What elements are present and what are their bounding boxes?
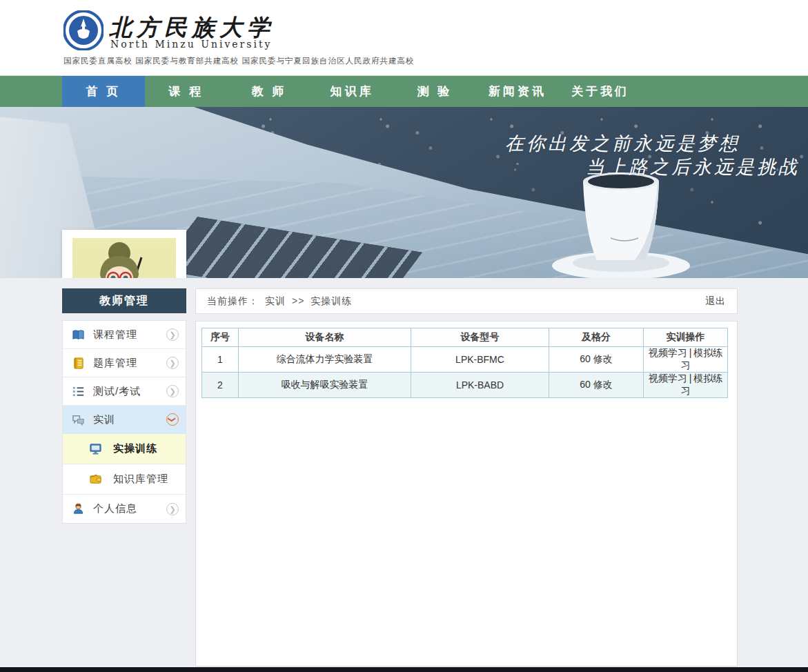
sidebar-item-label: 课程管理 bbox=[93, 328, 137, 342]
nav-item-courses[interactable]: 课 程 bbox=[145, 76, 228, 107]
score-value: 60 bbox=[580, 379, 591, 390]
sidebar-item-label: 题库管理 bbox=[93, 357, 137, 370]
col-header-no: 序号 bbox=[202, 328, 239, 347]
score-value: 60 bbox=[580, 353, 591, 364]
teacher-avatar-image bbox=[72, 238, 176, 278]
sidebar-item-label: 实训 bbox=[93, 413, 115, 426]
breadcrumb-page: 实操训练 bbox=[311, 295, 352, 308]
sidebar-menu: 课程管理 ❯ 题库管理 ❯ bbox=[62, 320, 186, 524]
edit-score-link[interactable]: 修改 bbox=[593, 379, 613, 390]
table-row: 2 吸收与解吸实验装置 LPK-BABD 60 修改 视频学习|模拟练习 bbox=[202, 373, 728, 398]
logout-button[interactable]: 退出 bbox=[705, 295, 726, 308]
sidebar-item-label: 实操训练 bbox=[113, 442, 157, 455]
nav-item-teachers[interactable]: 教 师 bbox=[228, 76, 311, 107]
breadcrumb-separator: >> bbox=[292, 295, 304, 308]
sidebar-item-label: 个人信息 bbox=[93, 502, 137, 515]
university-slogan: 国家民委直属高校 国家民委与教育部共建高校 国家民委与宁夏回族自治区人民政府共建… bbox=[63, 56, 414, 66]
video-study-link[interactable]: 视频学习 bbox=[649, 373, 687, 384]
chevron-right-icon: ❯ bbox=[166, 385, 179, 397]
video-study-link[interactable]: 视频学习 bbox=[649, 347, 687, 358]
sidebar-item-personal-info[interactable]: 个人信息 ❯ bbox=[63, 495, 186, 523]
nav-item-about[interactable]: 关于我们 bbox=[559, 76, 642, 107]
cell-ops: 视频学习|模拟练习 bbox=[644, 347, 728, 373]
nav-item-home[interactable]: 首 页 bbox=[62, 76, 145, 107]
table-header-row: 序号 设备名称 设备型号 及格分 实训操作 bbox=[202, 328, 728, 347]
cell-score: 60 修改 bbox=[549, 347, 644, 373]
breadcrumb-prefix: 当前操作： bbox=[207, 295, 259, 308]
col-header-score: 及格分 bbox=[549, 328, 644, 347]
person-icon bbox=[72, 502, 85, 515]
cell-ops: 视频学习|模拟练习 bbox=[644, 373, 728, 398]
ops-separator: | bbox=[687, 347, 694, 358]
hero-banner: 在你出发之前永远是梦想 当上路之后永远是挑战 bbox=[0, 107, 808, 278]
university-name-en: North Minzu University bbox=[110, 39, 273, 50]
col-header-ops: 实训操作 bbox=[644, 328, 728, 347]
cell-name: 综合流体力学实验装置 bbox=[239, 347, 411, 373]
sidebar-item-course-management[interactable]: 课程管理 ❯ bbox=[63, 321, 186, 349]
cell-no: 1 bbox=[202, 347, 239, 373]
footer-bar bbox=[0, 667, 808, 672]
ops-separator: | bbox=[687, 373, 694, 384]
wallet-icon bbox=[89, 473, 102, 486]
sidebar-item-practical-training[interactable]: 实训 ❯ bbox=[63, 406, 186, 434]
breadcrumb-bar: 当前操作： 实训 >> 实操训练 退出 bbox=[195, 288, 738, 314]
sidebar-item-question-bank[interactable]: 题库管理 ❯ bbox=[63, 349, 186, 377]
chevron-down-icon: ❯ bbox=[166, 413, 179, 426]
chat-icon bbox=[72, 413, 85, 426]
main-nav: 首 页 课 程 教 师 知识库 测 验 新闻资讯 关于我们 bbox=[0, 76, 808, 107]
university-seal-icon bbox=[63, 10, 104, 50]
banner-quote: 在你出发之前永远是梦想 当上路之后永远是挑战 bbox=[505, 132, 800, 179]
cell-score: 60 修改 bbox=[549, 373, 644, 398]
col-header-model: 设备型号 bbox=[411, 328, 549, 347]
chevron-right-icon: ❯ bbox=[166, 503, 179, 515]
monitor-icon bbox=[89, 442, 102, 455]
teacher-avatar-card: 老师 bbox=[62, 230, 186, 278]
breadcrumb-section: 实训 bbox=[265, 295, 286, 308]
nav-item-tests[interactable]: 测 验 bbox=[393, 76, 476, 107]
edit-score-link[interactable]: 修改 bbox=[593, 353, 613, 364]
breadcrumb: 当前操作： 实训 >> 实操训练 bbox=[207, 295, 352, 308]
banner-coffee-cup-art bbox=[545, 169, 697, 278]
cell-model: LPK-BABD bbox=[411, 373, 549, 398]
cell-name: 吸收与解吸实验装置 bbox=[239, 373, 411, 398]
col-header-name: 设备名称 bbox=[239, 328, 411, 347]
page: 北方民族大学 North Minzu University 国家民委直属高校 国… bbox=[0, 0, 808, 672]
sidebar-item-label: 测试/考试 bbox=[93, 385, 141, 398]
sidebar-item-label: 知识库管理 bbox=[113, 473, 168, 486]
notebook-icon bbox=[72, 357, 85, 370]
cell-no: 2 bbox=[202, 373, 239, 398]
sidebar-title: 教师管理 bbox=[62, 288, 186, 313]
sidebar-subitem-hands-on-training[interactable]: 实操训练 bbox=[63, 434, 186, 464]
content-region: 教师管理 课程管理 ❯ 题库管理 ❯ bbox=[0, 278, 808, 667]
equipment-table: 序号 设备名称 设备型号 及格分 实训操作 1 综合流体力学实验装置 LPK-B… bbox=[201, 328, 728, 398]
chevron-right-icon: ❯ bbox=[166, 328, 179, 341]
nav-item-knowledge[interactable]: 知识库 bbox=[311, 76, 393, 107]
table-row: 1 综合流体力学实验装置 LPK-BFMC 60 修改 视频学习|模拟练习 bbox=[202, 347, 728, 373]
nav-item-news[interactable]: 新闻资讯 bbox=[476, 76, 559, 107]
sidebar-item-tests-exams[interactable]: 测试/考试 ❯ bbox=[63, 377, 186, 406]
list-icon bbox=[72, 385, 85, 398]
cartoon-teacher-icon bbox=[72, 238, 176, 278]
site-header: 北方民族大学 North Minzu University 国家民委直属高校 国… bbox=[0, 0, 808, 76]
banner-quote-line2: 当上路之后永远是挑战 bbox=[505, 155, 800, 179]
chevron-right-icon: ❯ bbox=[166, 357, 179, 369]
sidebar-subitem-knowledge-base-management[interactable]: 知识库管理 bbox=[63, 464, 186, 495]
cell-model: LPK-BFMC bbox=[411, 347, 549, 373]
book-icon bbox=[72, 328, 85, 342]
banner-quote-line1: 在你出发之前永远是梦想 bbox=[505, 132, 800, 155]
main-panel: 序号 设备名称 设备型号 及格分 实训操作 1 综合流体力学实验装置 LPK-B… bbox=[195, 321, 738, 666]
